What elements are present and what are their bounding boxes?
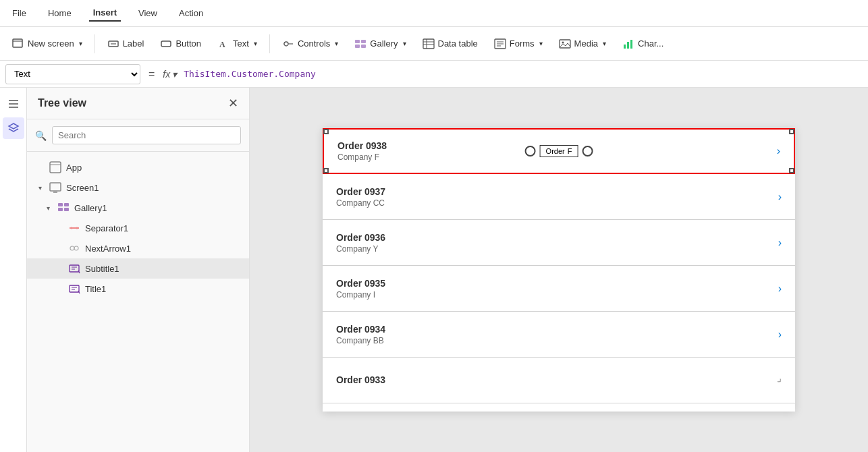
- formula-eq: =: [144, 68, 159, 80]
- expand-placeholder: [35, 163, 45, 172]
- data-table-icon: [423, 38, 435, 50]
- gallery-item-content-938: Order 0938 Company F: [337, 140, 777, 162]
- svg-rect-10: [361, 40, 366, 43]
- corner-handle-tl: [323, 129, 329, 134]
- svg-point-41: [70, 246, 74, 250]
- new-screen-icon: [12, 38, 24, 50]
- fx-chevron[interactable]: ▾: [172, 69, 177, 80]
- gallery-item-937[interactable]: Order 0937 Company CC ›: [323, 174, 795, 220]
- menu-view[interactable]: View: [134, 5, 161, 21]
- gallery-item-title-935: Order 0935: [336, 278, 778, 289]
- gallery-item-subtitle-936: Company Y: [336, 244, 778, 254]
- gallery-item-content-936: Order 0936 Company Y: [336, 232, 778, 254]
- tree-item-label: Gallery1: [74, 203, 107, 213]
- svg-rect-21: [560, 40, 570, 48]
- media-button[interactable]: Media ▾: [552, 34, 613, 54]
- tree-item-separator1[interactable]: Separator1: [27, 218, 249, 238]
- gallery-item-935[interactable]: Order 0935 Company I ›: [323, 266, 795, 312]
- svg-rect-43: [70, 265, 79, 272]
- svg-rect-0: [13, 39, 22, 47]
- tree-content: App ▾ Screen1 ▾ Gallery1: [27, 152, 249, 452]
- svg-rect-13: [423, 39, 434, 49]
- gallery-item-title-937: Order 0937: [336, 186, 778, 197]
- tree-item-app[interactable]: App: [27, 157, 249, 177]
- svg-rect-9: [355, 40, 360, 43]
- forms-button[interactable]: Forms ▾: [487, 34, 549, 54]
- svg-rect-47: [70, 285, 79, 292]
- svg-point-40: [76, 227, 78, 229]
- text-icon: A: [217, 38, 229, 50]
- svg-point-22: [562, 41, 564, 43]
- svg-rect-11: [355, 45, 360, 48]
- new-screen-button[interactable]: New screen ▾: [5, 34, 89, 54]
- text-chevron: ▾: [254, 40, 257, 47]
- media-chevron: ▾: [603, 40, 606, 47]
- tree-close-button[interactable]: ✕: [228, 96, 238, 111]
- formula-input[interactable]: [184, 64, 863, 84]
- label-button[interactable]: Label: [101, 34, 151, 54]
- charts-button[interactable]: Char...: [616, 34, 670, 54]
- formula-property-select[interactable]: Text: [5, 64, 140, 84]
- tree-item-label: Subtitle1: [85, 264, 119, 274]
- controls-button[interactable]: Controls ▾: [275, 34, 345, 54]
- tree-item-subtitle1[interactable]: Subtitle1: [27, 258, 249, 279]
- menu-file[interactable]: File: [8, 5, 30, 21]
- gallery-button[interactable]: Gallery ▾: [348, 34, 412, 54]
- tree-search-input[interactable]: [52, 126, 241, 144]
- sep2: [269, 34, 270, 53]
- data-table-label: Data table: [438, 38, 478, 49]
- controls-icon: [282, 38, 294, 50]
- tree-item-nextarrow1[interactable]: NextArrow1: [27, 238, 249, 258]
- gallery-item-content-933: Order 0933: [336, 374, 778, 387]
- tree-item-title1[interactable]: Title1: [27, 279, 249, 299]
- menu-home[interactable]: Home: [44, 5, 76, 21]
- media-label: Media: [574, 38, 598, 49]
- tree-item-label: Title1: [85, 284, 106, 294]
- button-label: Button: [175, 38, 201, 49]
- gallery-item-subtitle-934: Company BB: [336, 336, 778, 345]
- toolbar: New screen ▾ Label Button A Text ▾ Contr…: [0, 27, 868, 61]
- menu-insert[interactable]: Insert: [89, 5, 121, 22]
- gallery-item-933[interactable]: Order 0933 ›: [323, 358, 795, 403]
- gallery-arrow-934: ›: [778, 329, 782, 341]
- gallery-item-title-934: Order 0934: [336, 324, 778, 335]
- gallery-item-content-934: Order 0934 Company BB: [336, 324, 778, 345]
- button-button[interactable]: Button: [153, 34, 208, 54]
- label-label: Label: [123, 38, 144, 49]
- gallery-item-934[interactable]: Order 0934 Company BB ›: [323, 312, 795, 358]
- svg-rect-35: [64, 203, 69, 206]
- layers-icon-button[interactable]: [3, 117, 24, 139]
- gallery1-expand[interactable]: ▾: [43, 203, 53, 213]
- hamburger-menu-button[interactable]: [3, 93, 24, 115]
- gallery-item-938[interactable]: Order F Order 0938 Company F ›: [323, 128, 795, 174]
- menu-action[interactable]: Action: [175, 5, 207, 21]
- gallery-item-content-937: Order 0937 Company CC: [336, 186, 778, 208]
- svg-rect-36: [58, 208, 63, 211]
- app-icon: [49, 161, 62, 174]
- gallery-item-subtitle-935: Company I: [336, 290, 778, 300]
- screen1-expand[interactable]: ▾: [35, 183, 45, 192]
- charts-label: Char...: [638, 38, 663, 49]
- corner-handle-tr: [789, 129, 794, 134]
- button-icon: [160, 38, 172, 50]
- tree-item-screen1[interactable]: ▾ Screen1: [27, 177, 249, 198]
- svg-rect-4: [161, 41, 171, 47]
- canvas-area: Order F Order 0938 Company F ›: [250, 88, 868, 452]
- gallery-arrow-938: ›: [777, 145, 780, 157]
- gallery-item-936[interactable]: Order 0936 Company Y ›: [323, 220, 795, 266]
- controls-label: Controls: [298, 38, 330, 49]
- svg-rect-12: [361, 45, 366, 48]
- gallery-arrow-937: ›: [778, 191, 782, 203]
- tree-item-gallery1[interactable]: ▾ Gallery1: [27, 198, 249, 218]
- svg-rect-23: [624, 45, 626, 49]
- gallery-label: Gallery: [370, 38, 398, 49]
- svg-rect-34: [58, 203, 63, 206]
- tree-search-container: 🔍: [27, 119, 249, 152]
- svg-point-42: [74, 246, 78, 250]
- new-screen-chevron: ▾: [79, 40, 82, 47]
- svg-text:A: A: [219, 40, 225, 49]
- forms-chevron: ▾: [539, 40, 543, 47]
- text-button[interactable]: A Text ▾: [211, 34, 264, 54]
- charts-icon: [622, 38, 634, 50]
- data-table-button[interactable]: Data table: [416, 34, 485, 54]
